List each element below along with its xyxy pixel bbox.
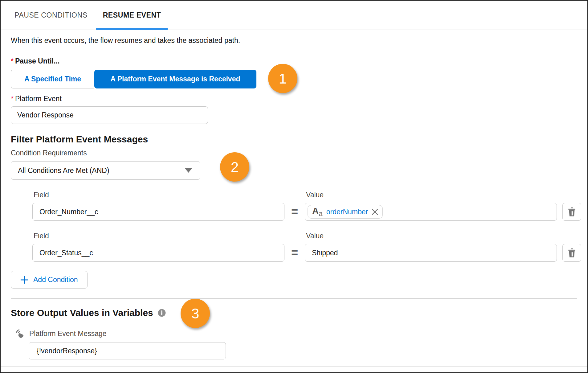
remove-pill-icon[interactable] (372, 209, 378, 215)
text-type-icon-large: A (312, 207, 319, 215)
field-label: Field (34, 191, 284, 199)
store-output-title: Store Output Values in Variables (11, 308, 587, 318)
platform-event-message-label: Platform Event Message (29, 330, 107, 338)
description-text: When this event occurs, the flow resumes… (11, 36, 587, 45)
step-badge-1: 1 (268, 64, 297, 93)
resource-pill-label: orderNumber (326, 208, 368, 216)
delete-condition-button[interactable] (562, 203, 581, 221)
trash-icon (568, 248, 576, 257)
condition-value-input[interactable]: Aa orderNumber (305, 203, 557, 221)
value-label: Value (306, 191, 557, 199)
section-divider (11, 298, 577, 299)
required-asterisk: * (11, 95, 14, 103)
field-column: Field (32, 191, 284, 221)
filter-section-title: Filter Platform Event Messages (11, 134, 587, 145)
condition-requirements-value: All Conditions Are Met (AND) (18, 166, 109, 175)
tab-bar: PAUSE CONDITIONS RESUME EVENT (1, 1, 587, 30)
step-badge-2: 2 (220, 152, 249, 182)
text-type-icon-small: a (319, 210, 323, 217)
condition-field-input[interactable] (32, 244, 284, 262)
tab-resume-event[interactable]: RESUME EVENT (96, 1, 168, 30)
equals-operator: = (284, 203, 305, 221)
condition-row: Field = Value (32, 232, 587, 262)
condition-field-input[interactable] (32, 203, 284, 221)
required-asterisk: * (11, 57, 14, 65)
delete-condition-button[interactable] (562, 244, 581, 262)
value-column: Value (305, 232, 557, 262)
field-label: Field (34, 232, 284, 240)
trash-icon (568, 207, 576, 216)
field-column: Field (32, 232, 284, 262)
plus-icon (20, 276, 28, 284)
condition-requirements-label: Condition Requirements (11, 149, 587, 157)
platform-event-label: *Platform Event (11, 95, 587, 103)
add-condition-label: Add Condition (33, 276, 78, 284)
step-badge-3: 3 (181, 299, 210, 328)
text-type-icon: Aa (312, 207, 323, 217)
option-specified-time-button[interactable]: A Specified Time (11, 70, 94, 88)
platform-event-input[interactable] (11, 106, 208, 124)
footer-divider (1, 366, 587, 367)
platform-event-broadcast-icon (16, 329, 25, 338)
resource-pill[interactable]: Aa orderNumber (308, 205, 383, 219)
condition-row: Field = Value Aa orderNumber (32, 191, 587, 221)
pause-until-label-text: Pause Until... (15, 57, 59, 65)
equals-operator: = (284, 244, 305, 262)
value-column: Value Aa orderNumber (305, 191, 557, 221)
info-icon[interactable] (158, 309, 166, 317)
store-output-title-text: Store Output Values in Variables (11, 308, 153, 318)
pause-until-toggle-group: A Specified Time A Platform Event Messag… (11, 70, 256, 88)
platform-event-message-row: Platform Event Message (16, 329, 587, 338)
platform-event-message-input[interactable] (29, 342, 226, 359)
condition-value-input[interactable] (305, 244, 557, 262)
chevron-down-icon (185, 168, 192, 173)
tab-pause-conditions[interactable]: PAUSE CONDITIONS (14, 1, 88, 30)
resume-event-panel: PAUSE CONDITIONS RESUME EVENT When this … (0, 0, 588, 373)
condition-requirements-select[interactable]: All Conditions Are Met (AND) (11, 161, 200, 180)
pause-until-label: *Pause Until... (11, 57, 587, 65)
option-platform-event-button[interactable]: A Platform Event Message is Received (94, 70, 256, 88)
value-label: Value (306, 232, 557, 240)
platform-event-label-text: Platform Event (15, 95, 62, 103)
add-condition-button[interactable]: Add Condition (11, 271, 88, 289)
